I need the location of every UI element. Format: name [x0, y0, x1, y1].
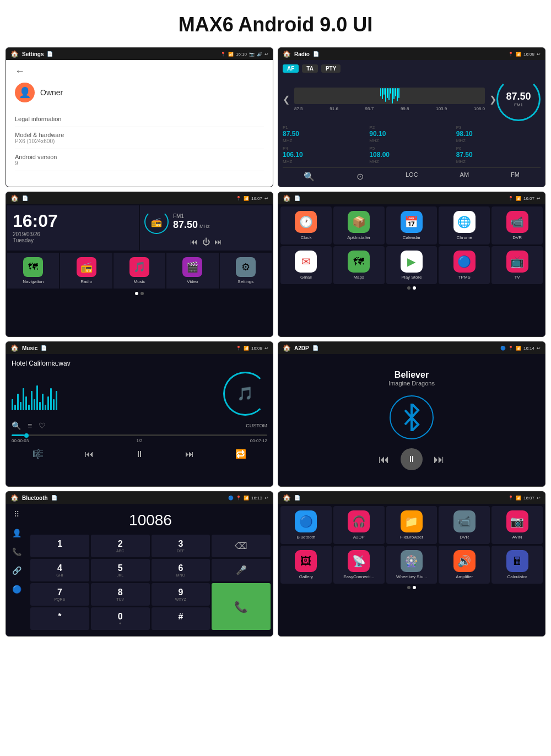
radio-search-icon[interactable]: 🔍: [304, 171, 315, 182]
a2dp-play-btn[interactable]: ⏸: [401, 448, 423, 470]
app-wheelkey[interactable]: 🎡 Wheelkey Stu...: [386, 546, 437, 584]
home-app-settings[interactable]: ⚙ Settings: [220, 253, 272, 289]
dial-9[interactable]: 9 WXYZ: [152, 583, 210, 606]
home-app-music[interactable]: 🎵 Music: [114, 253, 165, 289]
a2dp-next-btn[interactable]: ⏭: [434, 453, 445, 466]
back-icon-s1[interactable]: ↩: [264, 52, 268, 57]
app-calendar[interactable]: 📅 Calendar: [386, 206, 437, 244]
home-icon-s2[interactable]: 🏠: [283, 50, 291, 58]
bt-bt-icon[interactable]: 🔵: [8, 581, 25, 597]
app-chrome[interactable]: 🌐 Chrome: [439, 206, 490, 244]
dial-1[interactable]: 1: [30, 535, 89, 557]
home-icon-s4[interactable]: 🏠: [283, 194, 291, 202]
back-button-s1[interactable]: ←: [15, 66, 264, 77]
bt-recent-icon[interactable]: 📞: [8, 543, 25, 560]
dial-0[interactable]: 0 +: [91, 607, 150, 630]
music-next-btn[interactable]: ⏭: [185, 449, 194, 459]
radio-fm-btn[interactable]: FM: [511, 171, 520, 182]
dial-backspace[interactable]: ⌫: [212, 535, 271, 557]
home-app-navigation[interactable]: 🗺 Navigation: [7, 253, 59, 289]
music-custom-label[interactable]: CUSTOM: [246, 423, 267, 428]
settings-legal[interactable]: Legal information: [15, 111, 264, 127]
app-apkinstaller[interactable]: 📦 ApkInstaller: [333, 206, 385, 244]
home-icon-s5[interactable]: 🏠: [10, 344, 19, 352]
music-queue-icon[interactable]: 🎼: [33, 449, 44, 459]
bt-link-icon[interactable]: 🔗: [8, 562, 25, 579]
home-app-video[interactable]: 🎬 Video: [166, 253, 218, 289]
app-dvr2[interactable]: 📹 DVR: [439, 506, 490, 544]
back-icon-s3[interactable]: ↩: [264, 196, 268, 201]
preset-5[interactable]: P5108.00MHZ: [369, 145, 453, 164]
app-calculator[interactable]: 🖩 Calculator: [491, 546, 543, 584]
app-amplifier[interactable]: 🔊 Amplifier: [439, 546, 490, 584]
vis-bar-1: [14, 405, 16, 410]
radio-prev-ctrl[interactable]: ⏮: [190, 237, 198, 246]
app-filebrowser[interactable]: 📁 FileBrowser: [386, 506, 437, 544]
music-heart-icon[interactable]: ♡: [39, 421, 46, 430]
progress-bar[interactable]: [12, 434, 267, 436]
home-app-radio[interactable]: 📻 Radio: [60, 253, 112, 289]
app-gallery[interactable]: 🖼 Gallery: [280, 546, 332, 584]
a2dp-prev-btn[interactable]: ⏮: [379, 453, 390, 466]
music-pause-btn[interactable]: ⏸: [135, 449, 144, 459]
bt-dialpad-icon[interactable]: ⠿: [8, 506, 25, 523]
app-clock[interactable]: 🕐 Clock: [280, 206, 332, 244]
app-a2dp[interactable]: 🎧 A2DP: [333, 506, 385, 544]
radio-btn-pty[interactable]: PTY: [321, 64, 341, 73]
home-icon-s8[interactable]: 🏠: [283, 494, 291, 502]
app-gmail[interactable]: ✉ Gmail: [280, 246, 332, 284]
radio-app-label: Radio: [80, 279, 92, 284]
app-maps[interactable]: 🗺 Maps: [333, 246, 385, 284]
back-icon-s7[interactable]: ↩: [264, 496, 268, 501]
bt-contacts-icon[interactable]: 👤: [8, 525, 25, 541]
app-dvr[interactable]: 📹 DVR: [491, 206, 543, 244]
home-icon-s1[interactable]: 🏠: [10, 50, 19, 58]
radio-loc-btn[interactable]: LOC: [406, 171, 418, 182]
preset-3[interactable]: P398.10MHZ: [456, 124, 541, 143]
app-tpms[interactable]: 🔵 TPMS: [439, 246, 490, 284]
dial-star[interactable]: *: [30, 607, 89, 630]
radio-next-btn[interactable]: ❯: [489, 94, 496, 105]
radio-next-ctrl[interactable]: ⏭: [214, 237, 222, 246]
home-icon-s7[interactable]: 🏠: [10, 494, 19, 502]
music-repeat-icon[interactable]: 🔁: [235, 449, 246, 459]
app-easyconnect[interactable]: 📡 EasyConnecti...: [333, 546, 385, 584]
radio-am-btn[interactable]: AM: [460, 171, 469, 182]
dial-6[interactable]: 6 MNO: [152, 559, 210, 581]
preset-1[interactable]: P187.50MHZ: [283, 124, 367, 143]
preset-2[interactable]: P290.10MHZ: [369, 124, 453, 143]
radio-loop-icon[interactable]: ⊙: [356, 171, 364, 182]
back-icon-s5[interactable]: ↩: [264, 346, 268, 351]
back-icon-s6[interactable]: ↩: [537, 346, 541, 351]
music-list-icon[interactable]: ≡: [28, 421, 32, 430]
dial-3[interactable]: 3 DEF: [152, 535, 210, 557]
music-search-icon[interactable]: 🔍: [12, 421, 21, 430]
home-icon-s6[interactable]: 🏠: [283, 344, 291, 352]
app-avin[interactable]: 📷 AVIN: [491, 506, 543, 544]
radio-power-ctrl[interactable]: ⏻: [202, 237, 210, 246]
preset-4[interactable]: P4106.10MHZ: [283, 145, 367, 164]
dial-8[interactable]: 8 TUV: [91, 583, 150, 606]
preset-6[interactable]: P687.50MHZ: [456, 145, 541, 164]
music-prev-btn[interactable]: ⏮: [85, 449, 94, 459]
back-icon-s2[interactable]: ↩: [537, 52, 541, 57]
radio-btn-ta[interactable]: TA: [302, 64, 318, 73]
freq-bar: [294, 88, 485, 104]
app-playstore[interactable]: ▶ Play Store: [386, 246, 437, 284]
radio-prev-btn[interactable]: ❮: [283, 94, 290, 105]
settings-model[interactable]: Model & hardware PX6 (1024x600): [15, 127, 264, 149]
dial-5[interactable]: 5 JKL: [91, 559, 150, 581]
dial-hash[interactable]: #: [152, 607, 210, 630]
radio-btn-af[interactable]: AF: [283, 64, 299, 73]
dial-7[interactable]: 7 PQRS: [30, 583, 89, 606]
back-icon-s4[interactable]: ↩: [537, 196, 541, 201]
app-tv[interactable]: 📺 TV: [491, 246, 543, 284]
back-icon-s8[interactable]: ↩: [537, 496, 541, 501]
settings-android[interactable]: Android version 9: [15, 149, 264, 171]
home-icon-s3[interactable]: 🏠: [10, 194, 19, 202]
dial-call-btn[interactable]: 📞: [212, 583, 271, 630]
dial-4[interactable]: 4 GHI: [30, 559, 89, 581]
dial-mic[interactable]: 🎤: [212, 559, 271, 581]
app-bluetooth[interactable]: 🔵 Bluetooth: [280, 506, 332, 544]
dial-2[interactable]: 2 ABC: [91, 535, 150, 557]
